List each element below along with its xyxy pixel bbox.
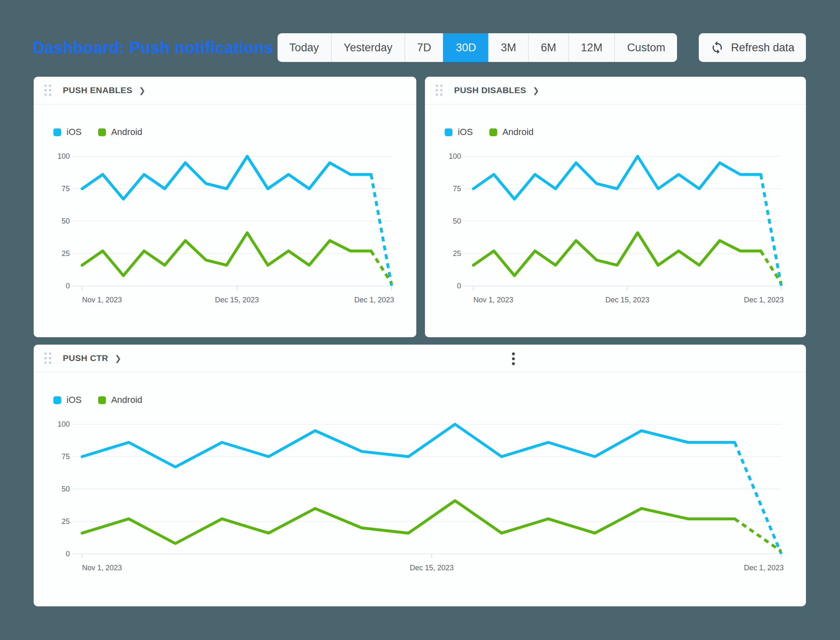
svg-text:75: 75 (62, 185, 70, 193)
chart-legend: iOS Android (445, 127, 534, 137)
refresh-data-button[interactable]: Refresh data (699, 33, 806, 62)
legend-label: iOS (67, 127, 82, 137)
refresh-label: Refresh data (731, 41, 794, 54)
refresh-icon (710, 41, 724, 55)
svg-text:100: 100 (449, 152, 461, 160)
legend-item-android[interactable]: Android (489, 127, 534, 137)
push-enables-chart: 0255075100Nov 1, 2023Dec 15, 2023Dec 1, … (34, 138, 416, 311)
card-push-enables: PUSH ENABLES ❯ iOS Android 0255075100Nov… (34, 77, 416, 337)
range-button-3m[interactable]: 3M (488, 33, 528, 62)
svg-text:0: 0 (66, 550, 70, 558)
legend-label: Android (111, 127, 142, 137)
svg-text:Dec 15, 2023: Dec 15, 2023 (410, 564, 454, 572)
svg-text:0: 0 (457, 282, 461, 290)
legend-label: Android (111, 395, 142, 405)
svg-text:75: 75 (62, 453, 70, 461)
range-button-7d[interactable]: 7D (404, 33, 443, 62)
card-header: PUSH DISABLES ❯ (425, 77, 806, 105)
card-title: PUSH ENABLES (63, 85, 132, 95)
legend-item-ios[interactable]: iOS (53, 127, 82, 137)
svg-text:Nov 1, 2023: Nov 1, 2023 (82, 564, 122, 572)
svg-text:0: 0 (66, 282, 70, 290)
card-header: PUSH CTR ❯ (34, 345, 806, 373)
svg-text:25: 25 (62, 517, 70, 526)
drag-handle-icon[interactable] (436, 85, 443, 96)
svg-text:Dec 1, 2023: Dec 1, 2023 (744, 564, 784, 572)
chevron-right-icon: ❯ (139, 87, 145, 94)
legend-item-android[interactable]: Android (98, 127, 142, 137)
drag-handle-icon[interactable] (44, 352, 51, 364)
chevron-right-icon: ❯ (533, 87, 539, 94)
legend-label: iOS (458, 127, 473, 137)
ios-legend-swatch (445, 128, 452, 136)
card-header: PUSH ENABLES ❯ (34, 77, 416, 105)
svg-text:Dec 15, 2023: Dec 15, 2023 (605, 296, 649, 304)
push-ctr-chart: 0255075100Nov 1, 2023Dec 15, 2023Dec 1, … (34, 406, 806, 578)
chevron-right-icon: ❯ (115, 354, 122, 362)
range-button-today[interactable]: Today (278, 33, 331, 62)
legend-item-ios[interactable]: iOS (445, 127, 473, 137)
svg-text:25: 25 (453, 249, 461, 258)
chart-legend: iOS Android (53, 395, 142, 405)
svg-text:Dec 15, 2023: Dec 15, 2023 (215, 296, 259, 304)
ios-legend-swatch (53, 128, 61, 136)
legend-item-ios[interactable]: iOS (53, 395, 82, 405)
range-button-12m[interactable]: 12M (568, 33, 615, 62)
card-title-link-push-ctr[interactable]: PUSH CTR ❯ (63, 353, 121, 363)
range-button-6m[interactable]: 6M (528, 33, 568, 62)
legend-label: iOS (67, 395, 82, 405)
svg-text:25: 25 (62, 249, 70, 258)
svg-text:100: 100 (57, 420, 70, 428)
ios-legend-swatch (53, 396, 61, 404)
svg-text:100: 100 (57, 152, 70, 160)
card-title: PUSH CTR (63, 353, 108, 363)
card-title: PUSH DISABLES (454, 85, 526, 95)
legend-label: Android (503, 127, 534, 137)
card-title-link-push-enables[interactable]: PUSH ENABLES ❯ (63, 85, 145, 95)
svg-text:Dec 1, 2023: Dec 1, 2023 (354, 296, 394, 304)
range-button-custom[interactable]: Custom (614, 33, 677, 62)
chart-legend: iOS Android (53, 127, 142, 137)
range-button-yesterday[interactable]: Yesterday (331, 33, 404, 62)
dashboard-page: Dashboard: Push notifications Today Yest… (0, 0, 840, 640)
date-range-selector: Today Yesterday 7D 30D 3M 6M 12M Custom (278, 33, 677, 62)
svg-text:50: 50 (62, 217, 70, 225)
drag-handle-icon[interactable] (44, 85, 51, 96)
card-menu-button[interactable] (504, 350, 522, 368)
top-bar: Dashboard: Push notifications Today Yest… (33, 33, 806, 62)
svg-text:50: 50 (453, 217, 461, 225)
range-button-30d[interactable]: 30D (443, 33, 488, 62)
android-legend-swatch (98, 128, 106, 136)
push-disables-chart: 0255075100Nov 1, 2023Dec 15, 2023Dec 1, … (425, 138, 806, 311)
svg-text:75: 75 (453, 185, 461, 193)
card-title-link-push-disables[interactable]: PUSH DISABLES ❯ (454, 85, 539, 95)
svg-text:50: 50 (62, 485, 70, 493)
card-push-ctr: PUSH CTR ❯ iOS Android 0255075100Nov 1, … (34, 345, 806, 606)
card-push-disables: PUSH DISABLES ❯ iOS Android 0255075100No… (425, 77, 806, 337)
android-legend-swatch (98, 396, 106, 404)
android-legend-swatch (489, 128, 497, 136)
page-title: Dashboard: Push notifications (33, 39, 278, 57)
svg-text:Nov 1, 2023: Nov 1, 2023 (473, 296, 513, 304)
svg-text:Nov 1, 2023: Nov 1, 2023 (82, 296, 122, 304)
svg-text:Dec 1, 2023: Dec 1, 2023 (744, 296, 784, 304)
legend-item-android[interactable]: Android (98, 395, 142, 405)
